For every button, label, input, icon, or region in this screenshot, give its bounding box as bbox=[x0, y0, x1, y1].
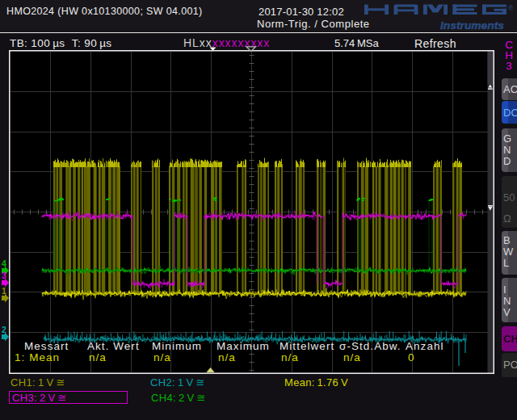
svg-text:Instruments: Instruments bbox=[440, 19, 504, 32]
svg-text:®: ® bbox=[508, 4, 514, 12]
svg-text:1: 1 bbox=[2, 286, 6, 296]
svg-text:4: 4 bbox=[2, 258, 6, 268]
svg-text:2: 2 bbox=[2, 325, 6, 334]
svg-text:3: 3 bbox=[2, 271, 6, 280]
